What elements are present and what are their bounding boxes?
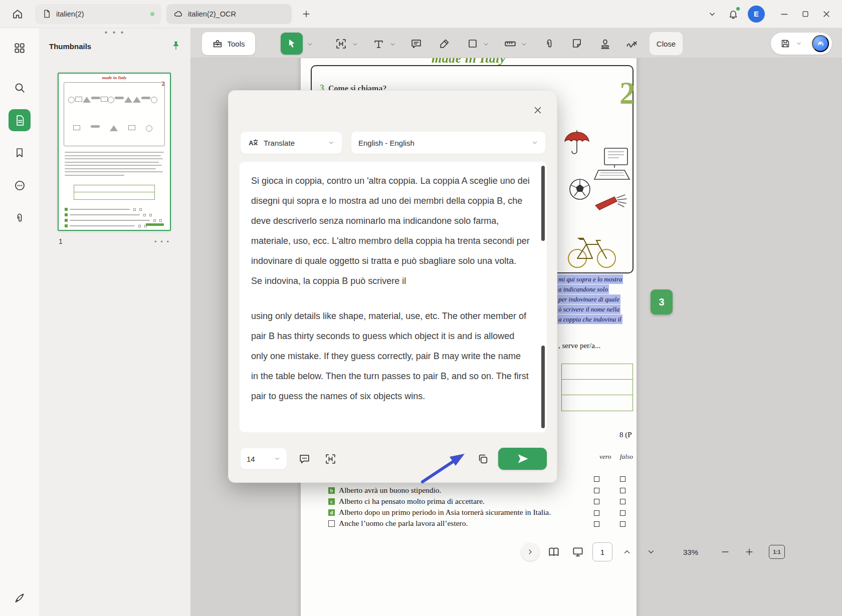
select-tool-button[interactable] [281, 33, 303, 55]
measure-tool-button[interactable] [501, 35, 519, 53]
insert-text-box-button[interactable] [321, 449, 340, 468]
page-thumbnail-1[interactable]: made in Italy 2 [58, 73, 171, 231]
tools-button[interactable]: Tools [202, 32, 255, 55]
mode-dropdown[interactable]: A Translate [241, 132, 342, 154]
new-tab-button[interactable] [296, 4, 317, 25]
maximize-button[interactable] [795, 4, 816, 25]
tab-label: italien(2)_OCR [188, 10, 236, 18]
brush-drawing [594, 192, 628, 210]
document-canvas[interactable]: made in Italy 3Come si chiama? 2 [190, 58, 842, 616]
falso-checkbox [620, 521, 625, 527]
text-box-tool-button[interactable] [332, 35, 350, 53]
scrollbar-thumb[interactable] [541, 346, 545, 428]
text-tool-dropdown[interactable] [388, 40, 396, 48]
chevron-down-icon [389, 41, 396, 48]
shape-tool-button[interactable] [464, 35, 482, 53]
signature-tool-button[interactable] [623, 35, 641, 53]
falso-checkbox [620, 476, 625, 482]
ai-logo-icon [815, 38, 826, 49]
document-tab-italien2[interactable]: italien(2) [35, 4, 161, 24]
font-size-dropdown[interactable]: 14 [241, 448, 287, 469]
scrollbar-thumb[interactable] [541, 166, 545, 241]
rail-item-apps[interactable] [9, 37, 31, 59]
source-text-pane[interactable]: Si gioca in coppia, contro un 'altra cop… [240, 162, 547, 297]
language-pair-dropdown[interactable]: English - English [351, 132, 545, 154]
book-open-icon [547, 545, 560, 558]
rail-item-search[interactable] [9, 77, 31, 99]
comment-tool-button[interactable] [407, 35, 425, 53]
measure-tool-dropdown[interactable] [520, 40, 528, 48]
document-tab-italien2-ocr[interactable]: italien(2)_OCR [166, 4, 292, 24]
zoom-in-button[interactable] [740, 542, 759, 561]
zoom-level: 33% [680, 548, 702, 556]
main-toolbar: Tools [190, 28, 842, 58]
next-page-button[interactable] [642, 542, 661, 561]
text-tool-button[interactable] [369, 35, 387, 53]
sticky-note-icon [571, 38, 583, 50]
statements-list: b Alberto avrà un buono stipendio. c Alb… [328, 485, 564, 529]
chevron-down-icon [307, 41, 313, 48]
presentation-mode-button[interactable] [568, 542, 587, 561]
pin-panel-button[interactable] [170, 40, 181, 53]
translate-icon: A [248, 137, 259, 148]
vero-checkbox [594, 521, 599, 527]
falso-checkbox [620, 499, 625, 504]
stamp-tool-button[interactable] [596, 35, 614, 53]
page-marker-tab[interactable]: 3 [651, 289, 673, 315]
thumbnail-more-icon[interactable]: • • • [154, 238, 170, 245]
expand-statusbar-button[interactable] [521, 543, 539, 561]
source-text: Si gioca in coppia, contro un 'altra cop… [240, 162, 547, 291]
close-window-button[interactable] [816, 4, 837, 25]
text-box-tool-dropdown[interactable] [351, 40, 359, 48]
reading-mode-button[interactable] [544, 542, 563, 561]
attach-tool-button[interactable] [540, 35, 558, 53]
close-tools-button[interactable]: Close [650, 32, 683, 55]
signature-icon [625, 37, 639, 50]
thumbnail-doodles [64, 82, 165, 146]
copy-button[interactable] [473, 449, 492, 468]
vero-checkbox [594, 476, 599, 482]
save-dropdown[interactable] [795, 40, 802, 48]
left-rail [0, 28, 39, 616]
vero-checkbox [594, 499, 599, 504]
add-comment-button[interactable] [295, 449, 314, 468]
sticker-tool-button[interactable] [568, 35, 586, 53]
notifications-button[interactable] [723, 4, 744, 25]
vero-checkbox [594, 510, 599, 516]
pin-icon [170, 40, 181, 51]
zoom-out-button[interactable] [716, 542, 735, 561]
panel-more-icon[interactable]: • • • [39, 28, 190, 37]
translated-text-pane[interactable]: using only details like shape, material,… [240, 297, 547, 432]
actual-size-button[interactable]: 1:1 [769, 545, 785, 559]
send-button[interactable] [498, 448, 547, 470]
text-T-icon [372, 38, 385, 50]
save-group [771, 33, 832, 55]
select-tool-dropdown[interactable] [306, 40, 314, 48]
user-avatar[interactable]: E [748, 6, 765, 23]
save-button[interactable] [778, 36, 793, 51]
close-icon [532, 105, 543, 116]
rail-item-bookmarks[interactable] [9, 142, 31, 164]
dialog-close-button[interactable] [531, 103, 545, 117]
minimize-button[interactable] [774, 4, 795, 25]
home-button[interactable] [7, 4, 28, 25]
search-icon [13, 81, 26, 94]
page-number-input[interactable] [592, 542, 612, 561]
tabs-dropdown-button[interactable] [702, 4, 723, 25]
toolbox-icon [212, 38, 223, 49]
ai-assistant-button[interactable] [812, 35, 829, 52]
rail-item-comments[interactable] [9, 174, 31, 196]
previous-page-button[interactable] [617, 542, 637, 561]
paper-plane-icon [517, 453, 529, 465]
chevron-down-icon [647, 547, 656, 556]
minus-icon [720, 547, 730, 557]
rail-item-attachments[interactable] [9, 207, 31, 229]
falso-checkbox [620, 488, 625, 493]
pencil-tool-button[interactable] [435, 35, 453, 53]
minimize-icon [779, 9, 789, 19]
selection-line: a indicandone solo [557, 284, 609, 294]
plus-icon [744, 547, 754, 557]
rail-item-thumbnails[interactable] [9, 109, 31, 131]
rail-item-pen-settings[interactable] [9, 587, 31, 609]
shape-tool-dropdown[interactable] [482, 40, 490, 48]
